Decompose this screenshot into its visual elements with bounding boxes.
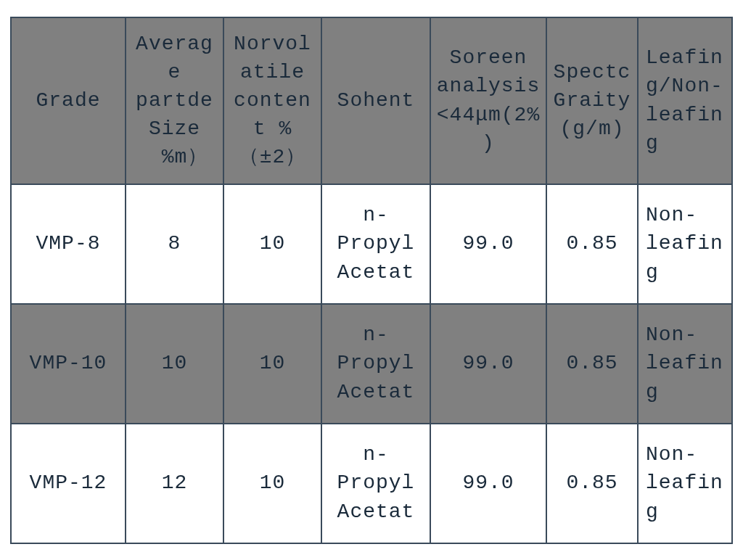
cell-sohent: n-Propyl Acetat bbox=[321, 424, 430, 543]
cell-screen: 99.0 bbox=[430, 304, 546, 424]
table-header-row: Grade Average partde Size %m） Norvolatil… bbox=[11, 17, 732, 184]
cell-leafing: Non-leafing bbox=[638, 304, 732, 424]
cell-screen: 99.0 bbox=[430, 424, 546, 543]
header-screen: Soreen analysis <44μm(2%) bbox=[430, 17, 546, 184]
cell-grade: VMP-8 bbox=[11, 184, 126, 304]
cell-grade: VMP-10 bbox=[11, 304, 126, 424]
header-leafing: Leafing/Non-leafing bbox=[638, 17, 732, 184]
cell-gravity: 0.85 bbox=[546, 184, 638, 304]
cell-nonvol: 10 bbox=[223, 184, 321, 304]
cell-sohent: n-Propyl Acetat bbox=[321, 304, 430, 424]
cell-screen: 99.0 bbox=[430, 184, 546, 304]
header-gravity: SpectcGraity (g/m) bbox=[546, 17, 638, 184]
header-grade: Grade bbox=[11, 17, 126, 184]
cell-size: 12 bbox=[126, 424, 223, 543]
header-sohent: Sohent bbox=[321, 17, 430, 184]
cell-leafing: Non-leafing bbox=[638, 184, 732, 304]
table-row: VMP-10 10 10 n-Propyl Acetat 99.0 0.85 N… bbox=[11, 304, 732, 424]
cell-gravity: 0.85 bbox=[546, 424, 638, 543]
cell-gravity: 0.85 bbox=[546, 304, 638, 424]
table-row: VMP-8 8 10 n-Propyl Acetat 99.0 0.85 Non… bbox=[11, 184, 732, 304]
cell-size: 10 bbox=[126, 304, 223, 424]
cell-size: 8 bbox=[126, 184, 223, 304]
cell-leafing: Non-leafing bbox=[638, 424, 732, 543]
cell-nonvol: 10 bbox=[223, 424, 321, 543]
table-row: VMP-12 12 10 n-Propyl Acetat 99.0 0.85 N… bbox=[11, 424, 732, 543]
cell-sohent: n-Propyl Acetat bbox=[321, 184, 430, 304]
cell-grade: VMP-12 bbox=[11, 424, 126, 543]
cell-nonvol: 10 bbox=[223, 304, 321, 424]
header-nonvol: Norvolatile content %（±2） bbox=[223, 17, 321, 184]
header-size: Average partde Size %m） bbox=[126, 17, 223, 184]
spec-table: Grade Average partde Size %m） Norvolatil… bbox=[10, 17, 733, 544]
